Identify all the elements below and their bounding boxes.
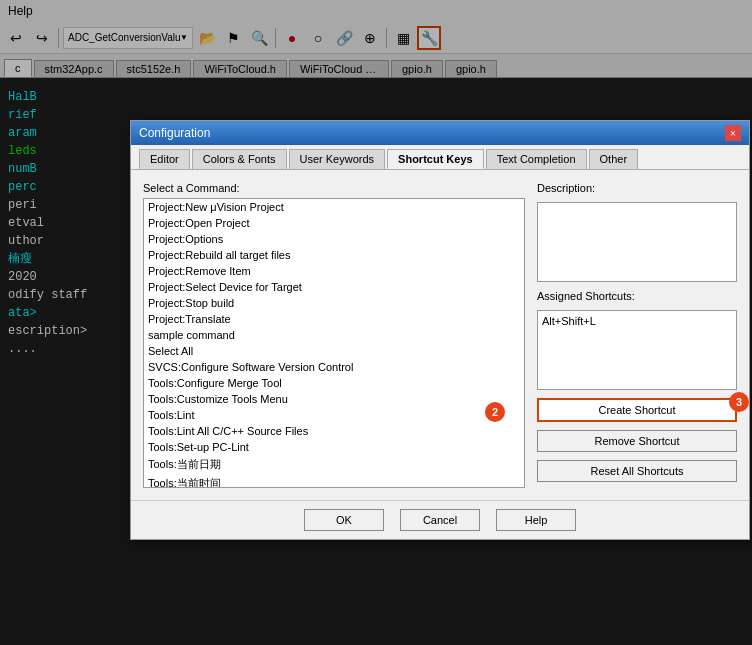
cmd-lint-all[interactable]: Tools:Lint All C/C++ Source Files <box>144 423 524 439</box>
reset-shortcuts-btn[interactable]: Reset All Shortcuts <box>537 460 737 482</box>
description-box <box>537 202 737 282</box>
cmd-select-all[interactable]: Select All <box>144 343 524 359</box>
cmd-options[interactable]: Project:Options <box>144 231 524 247</box>
shortcuts-box: Alt+Shift+L <box>537 310 737 390</box>
tab-editor[interactable]: Editor <box>139 149 190 169</box>
cmd-sample[interactable]: sample command <box>144 327 524 343</box>
command-list[interactable]: Project:New μVision Project Project:Open… <box>143 198 525 488</box>
cmd-merge[interactable]: Tools:Configure Merge Tool <box>144 375 524 391</box>
cancel-btn[interactable]: Cancel <box>400 509 480 531</box>
dialog-tabs: Editor Colors & Fonts User Keywords Shor… <box>131 145 749 170</box>
dialog-body: Select a Command: Project:New μVision Pr… <box>131 170 749 500</box>
cmd-select-device[interactable]: Project:Select Device for Target <box>144 279 524 295</box>
cmd-svcs[interactable]: SVCS:Configure Software Version Control <box>144 359 524 375</box>
right-panel: Description: Assigned Shortcuts: Alt+Shi… <box>537 182 737 488</box>
cmd-time[interactable]: Tools:当前时间 <box>144 474 524 488</box>
cmd-date[interactable]: Tools:当前日期 <box>144 455 524 474</box>
annotation-badge-2: 2 <box>485 402 505 422</box>
cmd-new-uvision[interactable]: Project:New μVision Project <box>144 199 524 215</box>
cmd-remove[interactable]: Project:Remove Item <box>144 263 524 279</box>
tab-colors[interactable]: Colors & Fonts <box>192 149 287 169</box>
ok-btn[interactable]: OK <box>304 509 384 531</box>
tab-completion[interactable]: Text Completion <box>486 149 587 169</box>
cmd-stop-build[interactable]: Project:Stop build <box>144 295 524 311</box>
tab-keywords[interactable]: User Keywords <box>289 149 386 169</box>
configuration-dialog: Configuration × Editor Colors & Fonts Us… <box>130 120 750 540</box>
remove-shortcut-btn[interactable]: Remove Shortcut <box>537 430 737 452</box>
cmd-rebuild[interactable]: Project:Rebuild all target files <box>144 247 524 263</box>
description-label: Description: <box>537 182 737 194</box>
tab-other[interactable]: Other <box>589 149 639 169</box>
cmd-open[interactable]: Project:Open Project <box>144 215 524 231</box>
cmd-setup-lint[interactable]: Tools:Set-up PC-Lint <box>144 439 524 455</box>
shortcut-value: Alt+Shift+L <box>542 315 596 327</box>
help-btn[interactable]: Help <box>496 509 576 531</box>
tab-shortcut[interactable]: Shortcut Keys <box>387 149 484 169</box>
command-label: Select a Command: <box>143 182 525 194</box>
create-shortcut-btn[interactable]: Create Shortcut <box>537 398 737 422</box>
cmd-lint[interactable]: Tools:Lint <box>144 407 524 423</box>
cmd-translate[interactable]: Project:Translate <box>144 311 524 327</box>
dialog-titlebar: Configuration × <box>131 121 749 145</box>
dialog-close-btn[interactable]: × <box>725 125 741 141</box>
cmd-customize[interactable]: Tools:Customize Tools Menu <box>144 391 524 407</box>
dialog-title: Configuration <box>139 126 210 140</box>
dialog-footer: OK Cancel Help <box>131 500 749 539</box>
create-btn-wrapper: Create Shortcut 3 <box>537 398 737 422</box>
annotation-badge-3: 3 <box>729 392 749 412</box>
shortcuts-label: Assigned Shortcuts: <box>537 290 737 302</box>
left-panel: Select a Command: Project:New μVision Pr… <box>143 182 525 488</box>
